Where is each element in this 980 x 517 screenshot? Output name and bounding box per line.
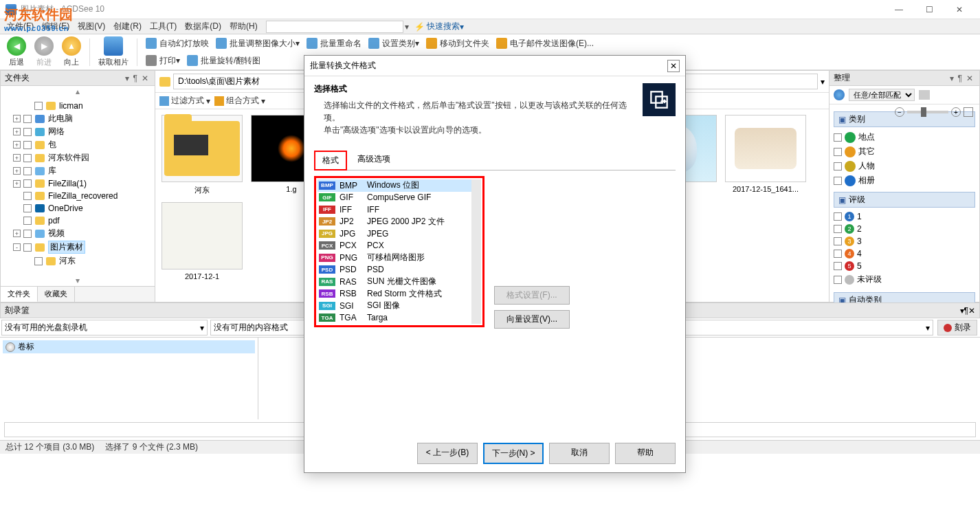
menu-view[interactable]: 视图(V) (74, 19, 109, 34)
batch-rename-button[interactable]: 批量重命名 (304, 36, 364, 51)
rating-item[interactable]: 44 (834, 248, 975, 260)
folder-tree-item[interactable]: OneDrive (13, 202, 153, 214)
menu-edit[interactable]: 编辑(E) (38, 19, 74, 34)
path-dropdown-icon[interactable]: ▾ (821, 77, 825, 87)
vector-settings-button[interactable]: 向量设置(V)... (494, 310, 570, 329)
batch-rotate-button[interactable]: 批量旋转/翻转图 (184, 54, 263, 68)
format-list-item[interactable]: TIFTIFF标记图像文件格式 (318, 324, 481, 327)
prev-button[interactable]: < 上一步(B) (417, 443, 478, 464)
thumbnail-item[interactable]: 河东 (161, 115, 243, 195)
drive-select[interactable]: 没有可用的光盘刻录机▾ (1, 320, 208, 336)
quick-search-label[interactable]: ⚡快速搜索 ▾ (414, 21, 464, 32)
category-item[interactable]: 其它 (834, 144, 975, 159)
format-list-item[interactable]: RASRASSUN 光栅文件图像 (318, 276, 481, 288)
slideshow-button[interactable]: 自动幻灯放映 (143, 36, 212, 51)
up-button[interactable]: ▲向上 (59, 35, 84, 69)
folder-tree-item[interactable]: +包 (13, 138, 153, 151)
zoom-in-icon[interactable]: + (951, 107, 961, 117)
menu-create[interactable]: 创建(R) (109, 19, 146, 34)
folder-tree-item[interactable]: +此电脑 (13, 112, 153, 125)
back-button[interactable]: ◀后退 (4, 35, 29, 69)
folder-tree-item[interactable]: +视频 (13, 227, 153, 240)
folder-tree[interactable]: licman+此电脑+网络+包+河东软件园+库+FileZilla(1)File… (1, 97, 155, 275)
folder-tree-item[interactable]: +FileZilla(1) (13, 177, 153, 190)
zoom-slider[interactable]: − + (895, 107, 973, 117)
burn-tree[interactable]: 卷标 (0, 338, 258, 419)
folder-tree-item[interactable]: -图片素材 (13, 240, 153, 254)
cancel-button[interactable]: 取消 (549, 443, 610, 464)
burn-button[interactable]: 刻录 (937, 320, 977, 336)
get-photos-button[interactable]: 获取相片 (96, 35, 131, 69)
help-button[interactable]: 帮助 (615, 443, 676, 464)
menu-database[interactable]: 数据库(D) (181, 19, 225, 34)
panel-close-icon[interactable]: ✕ (964, 74, 975, 83)
zoom-out-icon[interactable]: − (895, 107, 904, 117)
rating-header[interactable]: ▣评级 (834, 192, 975, 208)
batch-resize-button[interactable]: 批量调整图像大小 ▾ (213, 36, 302, 51)
tab-format[interactable]: 格式 (314, 151, 347, 170)
rating-item[interactable]: 22 (834, 223, 975, 235)
set-category-button[interactable]: 设置类别 ▾ (366, 36, 422, 51)
folder-tree-item[interactable]: +河东软件园 (13, 151, 153, 164)
scroll-down-icon[interactable]: ▾ (1, 275, 155, 286)
format-list-item[interactable]: TGATGATarga (318, 312, 481, 324)
rating-item[interactable]: 11 (834, 210, 975, 223)
panel-pin-icon[interactable]: ▾ (123, 74, 131, 83)
organize-panel: 整理▾¶✕ 任意/全部匹配 ▣类别 地点其它人物相册 ▣评级 112233445… (829, 70, 980, 302)
format-list-item[interactable]: JPGJPGJPEG (318, 228, 481, 240)
folder-tree-item[interactable]: pdf (13, 214, 153, 227)
group-dropdown[interactable]: 组合方式 ▾ (214, 95, 265, 107)
match-select[interactable]: 任意/全部匹配 (849, 89, 915, 101)
panel-close-icon[interactable]: ✕ (140, 74, 151, 83)
thumbnail-item[interactable]: 2017-12-15_1641... (724, 115, 807, 195)
format-list-item[interactable]: BMPBMPWindows 位图 (318, 179, 481, 192)
scroll-up-icon[interactable]: ▴ (1, 86, 155, 97)
rating-item[interactable]: 55 (834, 260, 975, 272)
folder-tree-item[interactable]: +网络 (13, 125, 153, 138)
folder-tree-item[interactable]: licman (24, 100, 153, 112)
dialog-desc-2: 单击"高级选项"选项卡以设置此向导的选项。 (314, 124, 634, 136)
format-list[interactable]: BMPBMPWindows 位图GIFGIFCompuServe GIFIFFI… (314, 176, 485, 327)
category-item[interactable]: 地点 (834, 130, 975, 144)
dialog-logo-icon (643, 83, 676, 116)
format-list-item[interactable]: PNGPNG可移植网络图形 (318, 252, 481, 264)
move-folder-button[interactable]: 移动到文件夹 (423, 36, 492, 51)
forward-button[interactable]: ▶前进 (32, 35, 56, 69)
volume-label[interactable]: 卷标 (3, 340, 255, 353)
menu-help[interactable]: 帮助(H) (225, 19, 262, 34)
category-item[interactable]: 人物 (834, 159, 975, 173)
format-list-item[interactable]: RSBRSBRed Storm 文件格式 (318, 288, 481, 300)
menu-file[interactable]: 文件(F) (3, 19, 38, 34)
category-item[interactable]: 相册 (834, 173, 975, 188)
print-button[interactable]: 打印 ▾ (143, 54, 183, 68)
menubar-search-input[interactable] (266, 21, 403, 33)
format-list-item[interactable]: PCXPCXPCX (318, 240, 481, 252)
minimize-button[interactable]: — (884, 0, 914, 19)
rating-item[interactable]: 33 (834, 235, 975, 248)
folder-tree-item[interactable]: FileZilla_recovered (13, 190, 153, 202)
new-icon[interactable] (919, 90, 930, 100)
tab-folders[interactable]: 文件夹 (1, 287, 38, 302)
rating-item[interactable]: 未评级 (834, 272, 975, 287)
panel-close-icon[interactable]: ✕ (968, 306, 975, 316)
format-list-item[interactable]: SGISGISGI 图像 (318, 300, 481, 312)
format-list-item[interactable]: PSDPSDPSD (318, 264, 481, 276)
panel-pin-icon[interactable]: ¶ (131, 74, 140, 83)
next-button[interactable]: 下一步(N) > (483, 443, 544, 464)
folder-tree-item[interactable]: 河东 (24, 254, 153, 267)
format-list-item[interactable]: IFFIFFIFF (318, 204, 481, 216)
menu-tools[interactable]: 工具(T) (146, 19, 181, 34)
filter-dropdown[interactable]: 过滤方式 ▾ (159, 95, 210, 107)
thumbnail-item[interactable]: 2017-12-1 (161, 202, 243, 280)
maximize-button[interactable]: ☐ (914, 0, 944, 19)
format-list-item[interactable]: JP2JP2JPEG 2000 JP2 文件 (318, 216, 481, 228)
view-mode-icon[interactable] (964, 107, 973, 117)
format-settings-button[interactable]: 格式设置(F)... (494, 286, 570, 305)
tab-favorites[interactable]: 收藏夹 (38, 287, 75, 302)
dialog-close-button[interactable]: ✕ (667, 60, 680, 72)
tab-advanced[interactable]: 高级选项 (350, 150, 398, 170)
folder-tree-item[interactable]: +库 (13, 164, 153, 177)
format-list-item[interactable]: GIFGIFCompuServe GIF (318, 192, 481, 204)
close-button[interactable]: ✕ (944, 0, 975, 19)
email-image-button[interactable]: 电子邮件发送图像(E)... (493, 36, 597, 51)
